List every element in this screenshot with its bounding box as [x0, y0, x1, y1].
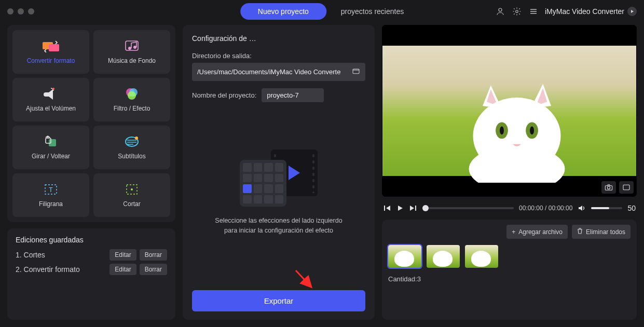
- config-title: Configuración de …: [192, 34, 365, 43]
- delete-saved-button[interactable]: Borrar: [140, 249, 167, 261]
- saved-edits-title: Ediciones guardadas: [16, 236, 167, 244]
- browse-folder-icon[interactable]: [352, 67, 360, 77]
- svg-point-26: [607, 186, 610, 189]
- volume-value: 50: [627, 204, 636, 212]
- add-file-button[interactable]: + Agregar archivo: [506, 225, 568, 239]
- plus-icon: +: [512, 228, 515, 236]
- file-thumbnail[interactable]: [388, 245, 421, 268]
- tools-panel: Convertir formatoMúsica de FondoAjusta e…: [7, 25, 175, 222]
- app-title: iMyMac Video Converter: [545, 7, 637, 16]
- tool-label: Girar / Voltear: [32, 153, 70, 160]
- app-window: Nuevo proyecto proyectos recientes iMyMa…: [0, 0, 644, 327]
- time-display: 00:00:00 / 00:00:00: [519, 205, 572, 212]
- thumbnail-image: [394, 251, 414, 267]
- output-dir-label: Directorio de salida:: [192, 52, 365, 60]
- account-icon[interactable]: [495, 6, 505, 17]
- trash-icon: [577, 228, 583, 236]
- preview-image: [448, 77, 585, 183]
- video-preview[interactable]: [382, 25, 637, 197]
- thumbnail-image: [433, 251, 453, 267]
- placeholder-graphic: [240, 149, 318, 207]
- svg-point-7: [52, 88, 54, 90]
- tool-label: Música de Fondo: [108, 57, 156, 64]
- thumbnail-image: [471, 251, 491, 267]
- svg-point-6: [133, 46, 136, 49]
- background-music-icon: [123, 39, 141, 53]
- tool-rotate-flip[interactable]: Girar / Voltear: [12, 126, 89, 169]
- fullscreen-button[interactable]: [619, 181, 634, 194]
- tool-label: Convertir formato: [27, 57, 75, 64]
- svg-rect-11: [49, 139, 56, 146]
- adjust-volume-icon: [42, 87, 60, 101]
- saved-edit-name: 1. Cortes: [16, 251, 45, 259]
- tool-crop[interactable]: Cortar: [93, 173, 170, 217]
- svg-point-17: [131, 188, 133, 190]
- svg-point-0: [499, 8, 502, 11]
- tool-label: Filigrana: [39, 200, 63, 208]
- tool-filter-effect[interactable]: Filtro / Efecto: [93, 78, 170, 121]
- tool-label: Subtítulos: [118, 153, 145, 160]
- app-title-text: iMyMac Video Converter: [545, 7, 624, 16]
- files-panel: + Agregar archivo Eliminar todos Cantida…: [382, 220, 637, 320]
- output-dir-field[interactable]: /Users/mac/Documents/iMyMac Video Conver…: [192, 63, 365, 81]
- svg-point-10: [128, 91, 136, 100]
- svg-point-13: [135, 137, 138, 140]
- settings-icon[interactable]: [512, 6, 522, 17]
- edit-saved-button[interactable]: Editar: [109, 264, 136, 275]
- saved-edit-name: 2. Convertir formato: [16, 265, 80, 274]
- play-button[interactable]: [396, 205, 404, 212]
- subtitles-icon: [123, 135, 141, 148]
- project-name-label: Nombre del proyecto:: [192, 91, 256, 99]
- file-thumbnail[interactable]: [465, 245, 498, 268]
- placeholder-text: Seleccione las efecciones del lado izqui…: [215, 216, 342, 236]
- tool-adjust-volume[interactable]: Ajusta el Volúmen: [12, 78, 89, 121]
- traffic-close-icon[interactable]: [7, 8, 13, 15]
- export-button[interactable]: Exportar: [192, 290, 365, 311]
- window-controls[interactable]: [7, 8, 34, 15]
- tool-background-music[interactable]: Música de Fondo: [93, 30, 170, 74]
- filter-effect-icon: [123, 87, 141, 101]
- tool-label: Ajusta el Volúmen: [26, 105, 76, 112]
- tab-new-project[interactable]: Nuevo proyecto: [240, 3, 326, 20]
- clear-all-button[interactable]: Eliminar todos: [572, 225, 631, 239]
- player-controls: 00:00:00 / 00:00:00 50: [382, 202, 637, 214]
- config-panel: Configuración de … Directorio de salida:…: [183, 25, 375, 320]
- volume-icon[interactable]: [578, 205, 586, 212]
- svg-text:T: T: [49, 186, 53, 194]
- menu-icon[interactable]: [528, 6, 539, 17]
- file-count: Cantidad:3: [388, 275, 631, 283]
- convert-format-icon: [42, 39, 60, 53]
- svg-rect-27: [623, 185, 629, 190]
- svg-point-23: [500, 126, 504, 134]
- svg-rect-3: [49, 44, 59, 51]
- seek-slider[interactable]: [422, 207, 514, 209]
- edit-saved-button[interactable]: Editar: [109, 249, 136, 261]
- saved-edits-panel: Ediciones guardadas 1. CortesEditarBorra…: [7, 228, 175, 320]
- delete-saved-button[interactable]: Borrar: [140, 264, 167, 275]
- svg-point-1: [516, 10, 518, 13]
- file-thumbnail[interactable]: [427, 245, 460, 268]
- tool-convert-format[interactable]: Convertir formato: [12, 30, 89, 74]
- traffic-minimize-icon[interactable]: [18, 8, 24, 15]
- tab-recent-projects[interactable]: proyectos recientes: [341, 7, 404, 16]
- tool-watermark[interactable]: TFiligrana: [12, 173, 89, 217]
- tool-label: Cortar: [123, 200, 140, 208]
- svg-point-24: [530, 126, 534, 134]
- snapshot-button[interactable]: [601, 181, 616, 194]
- brand-play-icon: [627, 7, 637, 16]
- watermark-icon: T: [42, 183, 60, 196]
- crop-icon: [123, 183, 141, 196]
- prev-button[interactable]: [383, 205, 391, 212]
- output-dir-value: /Users/mac/Documents/iMyMac Video Conver…: [197, 68, 348, 76]
- rotate-flip-icon: [42, 135, 60, 148]
- project-name-input[interactable]: proyecto-7: [262, 88, 324, 102]
- tool-subtitles[interactable]: Subtítulos: [93, 126, 170, 169]
- traffic-zoom-icon[interactable]: [28, 8, 34, 15]
- saved-edit-row: 1. CortesEditarBorrar: [16, 249, 167, 261]
- svg-point-5: [128, 47, 131, 50]
- saved-edit-row: 2. Convertir formatoEditarBorrar: [16, 264, 167, 275]
- next-button[interactable]: [409, 205, 417, 212]
- svg-rect-18: [353, 69, 359, 74]
- volume-slider[interactable]: [591, 207, 622, 209]
- title-bar: Nuevo proyecto proyectos recientes iMyMa…: [0, 0, 644, 23]
